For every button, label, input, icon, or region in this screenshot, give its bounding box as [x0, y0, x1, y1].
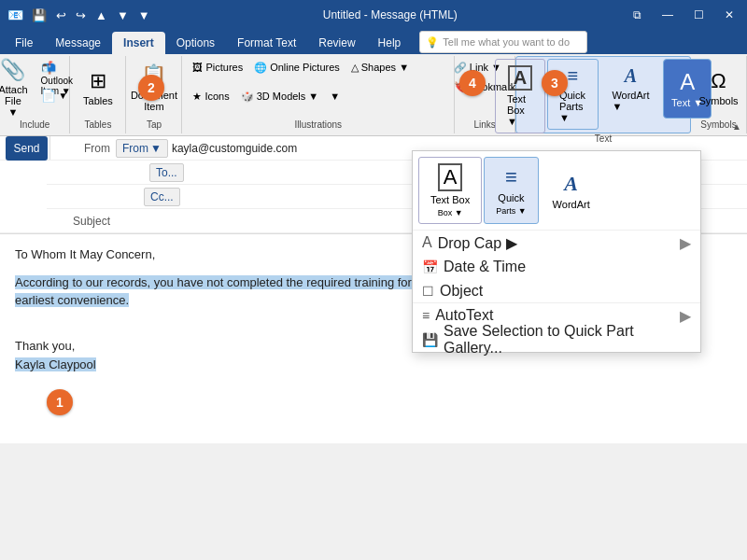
- dropdown-wordart-button[interactable]: A WordArt: [541, 157, 602, 224]
- ribbon: 📎 AttachFile ▼ 📬 OutlookItem ▼ 📄 ▼ Inclu…: [0, 54, 747, 136]
- attach-file-button[interactable]: 📎 AttachFile ▼: [0, 58, 35, 118]
- save-qat-button[interactable]: 💾: [29, 7, 49, 24]
- tables-label: Tables: [84, 119, 111, 132]
- body-line5: Kayla Claypool: [15, 356, 732, 374]
- icons-icon: ★: [192, 91, 202, 103]
- pictures-button[interactable]: 🖼 Pictures: [188, 58, 247, 77]
- tab-file[interactable]: File: [4, 32, 44, 54]
- icons-button[interactable]: ★ Icons: [188, 87, 233, 105]
- datetime-icon: 📅: [422, 259, 438, 274]
- from-dropdown[interactable]: From ▼: [116, 139, 168, 158]
- body-name-highlighted: Kayla Claypool: [15, 357, 96, 371]
- tables-button[interactable]: ⊞ Tables: [77, 58, 120, 118]
- links-label: Links: [473, 119, 495, 132]
- tab-help[interactable]: Help: [367, 32, 413, 54]
- maximize-button[interactable]: ☐: [688, 7, 710, 23]
- quickparts-icon: ≡: [567, 65, 578, 87]
- dropdown-wordart-icon: A: [564, 172, 578, 196]
- dropdown-save-selection[interactable]: 💾 Save Selection to Quick Part Gallery..…: [413, 328, 700, 352]
- online-pictures-button[interactable]: 🌐 Online Pictures: [249, 58, 345, 77]
- step-4-circle: 4: [459, 70, 486, 96]
- symbols-button[interactable]: Ω Symbols: [692, 58, 744, 118]
- text-label: Text: [595, 133, 612, 146]
- shapes-button[interactable]: △ Shapes ▼: [346, 58, 414, 77]
- dropdown-datetime[interactable]: 📅 Date & Time: [413, 255, 700, 279]
- table-icon: ⊞: [90, 69, 106, 93]
- outlook-item-icon: 📬: [41, 61, 56, 75]
- step-2-circle: 2: [138, 75, 164, 101]
- inline-icon: 📄: [41, 89, 56, 103]
- ribbon-tabs: File Message Insert Options Format Text …: [0, 30, 747, 54]
- dropdown-object[interactable]: ☐ Object: [413, 279, 700, 303]
- down-qat-button[interactable]: ▼: [114, 7, 132, 24]
- dropcap-icon: A: [422, 234, 432, 251]
- dropdown-textbox-icon: A: [438, 163, 463, 191]
- dropdown-qp-icon: ≡: [505, 165, 517, 189]
- shapes-icon: △: [351, 62, 359, 74]
- title-bar-left: 📧 💾 ↩ ↪ ▲ ▼ ▼: [7, 7, 153, 24]
- title-bar: 📧 💾 ↩ ↪ ▲ ▼ ▼ Untitled - Message (HTML) …: [0, 0, 747, 30]
- lightbulb-icon: 💡: [426, 36, 439, 49]
- undo-qat-button[interactable]: ↩: [53, 7, 69, 24]
- text-buttons: A TextBox ▼ ≡ QuickParts ▼ A WordArt ▼ A…: [495, 59, 712, 133]
- tab-message[interactable]: Message: [44, 32, 112, 54]
- symbols-buttons: Ω Symbols: [692, 58, 744, 119]
- tab-format-text[interactable]: Format Text: [226, 32, 307, 54]
- ribbon-group-illustrations: 🖼 Pictures 🌐 Online Pictures △ Shapes ▼ …: [182, 56, 455, 133]
- tap-label: Tap: [147, 119, 162, 132]
- quickparts-dropdown: A Text Box Box ▼ ≡ Quick Parts ▼ A WordA…: [412, 150, 701, 353]
- cc-button[interactable]: Cc...: [144, 188, 180, 206]
- object-icon: ☐: [422, 284, 434, 299]
- window-title: Untitled - Message (HTML): [153, 8, 627, 21]
- include-buttons: 📎 AttachFile ▼ 📬 OutlookItem ▼ 📄 ▼: [0, 58, 78, 119]
- ribbon-group-tables: ⊞ Tables Tables: [70, 56, 126, 133]
- collapse-ribbon-button[interactable]: ▲: [732, 121, 741, 132]
- subject-label: Subject: [50, 215, 116, 228]
- from-label: From: [50, 142, 116, 155]
- minimize-button[interactable]: —: [656, 7, 679, 23]
- dropdown-textbox-button[interactable]: A Text Box Box ▼: [418, 157, 482, 224]
- tell-me-bar[interactable]: 💡 Tell me what you want to do: [419, 31, 587, 53]
- pictures-icon: 🖼: [192, 62, 203, 73]
- symbols-label: Symbols: [700, 119, 736, 132]
- more-illustrations-button[interactable]: ▼: [325, 87, 345, 105]
- redo-qat-button[interactable]: ↪: [73, 7, 89, 24]
- 3d-models-button[interactable]: 🎲 3D Models ▼: [236, 87, 324, 105]
- textbox-icon: A: [508, 65, 532, 91]
- wordart-icon: A: [625, 65, 637, 87]
- include-label: Include: [20, 119, 49, 132]
- attach-icon: 📎: [0, 58, 25, 82]
- send-button[interactable]: Send: [6, 136, 47, 161]
- outlook-icon: 📧: [7, 7, 23, 22]
- dropdown-dropcap[interactable]: A Drop Cap ▶ ▶: [413, 231, 700, 255]
- autotext-icon: ≡: [422, 308, 430, 323]
- tables-buttons: ⊞ Tables: [77, 58, 120, 119]
- textbox-button[interactable]: A TextBox ▼: [495, 59, 545, 133]
- tell-me-placeholder: Tell me what you want to do: [443, 36, 570, 48]
- to-button[interactable]: To...: [149, 163, 184, 182]
- send-column: Send: [4, 136, 50, 160]
- step-1-circle: 1: [47, 389, 73, 415]
- customize-qat-button[interactable]: ▼: [135, 7, 153, 24]
- up-qat-button[interactable]: ▲: [92, 7, 110, 24]
- illustrations-label: Illustrations: [295, 119, 343, 132]
- online-pictures-icon: 🌐: [254, 62, 267, 74]
- ribbon-group-text: A TextBox ▼ ≡ QuickParts ▼ A WordArt ▼ A…: [515, 56, 691, 133]
- close-button[interactable]: ✕: [719, 7, 740, 23]
- window-controls: ⧉ — ☐ ✕: [627, 7, 740, 23]
- 3d-icon: 🎲: [241, 91, 254, 103]
- tab-review[interactable]: Review: [307, 32, 366, 54]
- ribbon-group-include: 📎 AttachFile ▼ 📬 OutlookItem ▼ 📄 ▼ Inclu…: [0, 56, 70, 133]
- tab-insert[interactable]: Insert: [112, 32, 165, 54]
- dropcap-arrow: ▶: [680, 234, 691, 252]
- symbols-icon: Ω: [711, 69, 726, 93]
- illustrations-buttons: 🖼 Pictures 🌐 Online Pictures △ Shapes ▼ …: [188, 58, 448, 114]
- tab-options[interactable]: Options: [165, 32, 226, 54]
- dropdown-quickparts-button[interactable]: ≡ Quick Parts ▼: [484, 157, 538, 224]
- wordart-button[interactable]: A WordArt ▼: [600, 59, 661, 119]
- autotext-arrow: ▶: [680, 307, 691, 325]
- save-selection-icon: 💾: [422, 332, 438, 347]
- restore-button[interactable]: ⧉: [627, 7, 647, 23]
- quick-access-toolbar: 💾 ↩ ↪ ▲ ▼ ▼: [29, 7, 153, 24]
- step-3-circle: 3: [542, 70, 568, 96]
